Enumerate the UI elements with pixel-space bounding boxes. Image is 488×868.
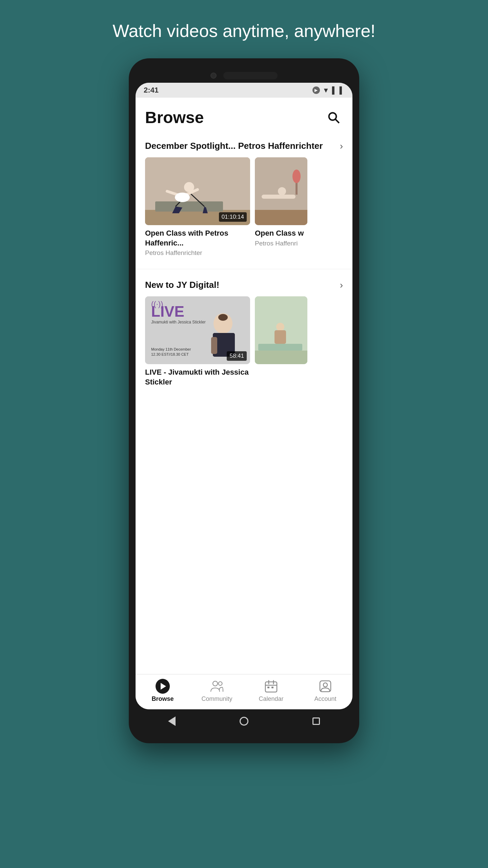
new-section-title: New to JY Digital! [145, 279, 340, 291]
new-video-list: LIVE ((·)) Jivamukti with Jessica Stickl… [136, 296, 352, 397]
video-title-1: Open Class with Petros Haffenric... [145, 229, 250, 248]
phone-gesture-bar [136, 709, 352, 736]
svg-text:12.30 EST//18.30 CET: 12.30 EST//18.30 CET [151, 352, 189, 356]
svg-text:Jivamukti with Jessica Stickle: Jivamukti with Jessica Stickler [151, 320, 206, 324]
app-header: Browse [136, 98, 352, 134]
video-author-1: Petros Haffenrichter [145, 249, 250, 257]
svg-rect-31 [255, 351, 307, 364]
video-thumbnail-new-2 [255, 296, 307, 364]
phone-screen: 2:41 ▶ ▼ ▌ ▌ Browse [136, 83, 352, 709]
calendar-nav-icon [264, 679, 278, 693]
svg-rect-41 [267, 687, 269, 688]
play-circle-icon [156, 679, 170, 694]
svg-point-44 [323, 683, 327, 687]
signal-icon: ▌ [332, 86, 337, 94]
nav-label-community: Community [201, 695, 232, 703]
svg-text:Monday 11th December: Monday 11th December [151, 347, 191, 351]
video-thumbnail-live: LIVE ((·)) Jivamukti with Jessica Stickl… [145, 296, 250, 364]
status-time: 2:41 [144, 86, 159, 95]
search-button[interactable] [324, 108, 343, 127]
section-divider [136, 269, 352, 269]
video-card-1[interactable]: 01:10:14 Open Class with Petros Haffenri… [145, 157, 250, 259]
browse-nav-icon [156, 679, 170, 693]
video-info-live: LIVE - Jivamukti with Jessica Stickler [145, 364, 250, 390]
home-gesture[interactable] [239, 716, 249, 726]
svg-rect-34 [274, 330, 286, 344]
people-icon [210, 680, 224, 693]
new-scene-svg-2 [255, 296, 307, 364]
video-duration-1: 01:10:14 [219, 212, 247, 222]
video-info-1: Open Class with Petros Haffenric... Petr… [145, 225, 250, 259]
media-icon: ▶ [312, 86, 320, 94]
nav-label-account: Account [314, 695, 336, 703]
video-duration-live: 58:41 [227, 351, 247, 361]
nav-item-account[interactable]: Account [308, 679, 342, 703]
svg-rect-14 [255, 210, 307, 225]
svg-point-35 [213, 681, 218, 686]
spotlight-chevron-icon: › [340, 141, 343, 152]
recents-gesture[interactable] [311, 716, 321, 726]
svg-rect-42 [271, 687, 273, 688]
svg-text:((·)): ((·)) [151, 300, 163, 308]
spotlight-section-header[interactable]: December Spotlight... Petros Haffenricht… [136, 134, 352, 157]
recents-square-icon [312, 717, 320, 725]
yoga-scene-svg-2 [255, 157, 307, 225]
svg-point-11 [175, 193, 190, 202]
svg-line-1 [336, 119, 339, 123]
video-card-2[interactable]: Open Class w Petros Haffenri [255, 157, 307, 259]
home-circle-icon [240, 717, 248, 726]
account-nav-icon [318, 679, 332, 693]
svg-point-36 [219, 682, 222, 686]
tagline-section: Watch videos anytime, anywhere! [85, 0, 403, 55]
page-title: Browse [145, 108, 204, 127]
svg-rect-37 [265, 682, 277, 692]
back-gesture[interactable] [167, 716, 177, 726]
video-card-new-2[interactable] [255, 296, 307, 390]
status-bar: 2:41 ▶ ▼ ▌ ▌ [136, 83, 352, 98]
spotlight-video-list: 01:10:14 Open Class with Petros Haffenri… [136, 157, 352, 265]
bottom-nav: Browse Community [136, 674, 352, 709]
svg-rect-5 [155, 201, 223, 212]
front-camera [210, 73, 217, 79]
back-triangle-icon [168, 716, 176, 726]
video-author-2: Petros Haffenri [255, 240, 307, 247]
person-icon [319, 680, 332, 693]
svg-rect-16 [262, 195, 296, 199]
calendar-icon [265, 680, 278, 693]
nav-item-calendar[interactable]: Calendar [254, 679, 288, 703]
video-thumbnail-2 [255, 157, 307, 225]
community-nav-icon [210, 679, 224, 693]
video-title-live: LIVE - Jivamukti with Jessica Stickler [145, 368, 250, 387]
play-triangle-icon [161, 683, 166, 690]
svg-point-0 [329, 113, 337, 120]
svg-point-33 [276, 323, 284, 331]
nav-label-browse: Browse [151, 695, 174, 703]
new-section-chevron-icon: › [340, 280, 343, 291]
app-content: Browse December Spotlight... Petros Haff… [136, 98, 352, 674]
search-icon [327, 111, 340, 124]
video-thumbnail-1: 01:10:14 [145, 157, 250, 225]
svg-rect-24 [211, 337, 217, 354]
svg-point-23 [218, 314, 228, 321]
phone-notch [136, 65, 352, 83]
status-icons: ▶ ▼ ▌ ▌ [312, 86, 344, 94]
new-section-header[interactable]: New to JY Digital! › [136, 273, 352, 296]
spotlight-title: December Spotlight... Petros Haffenricht… [145, 140, 340, 152]
video-title-2: Open Class w [255, 229, 307, 238]
battery-icon: ▌ [340, 86, 344, 94]
nav-label-calendar: Calendar [259, 695, 283, 703]
nav-item-browse[interactable]: Browse [146, 679, 180, 703]
video-card-live[interactable]: LIVE ((·)) Jivamukti with Jessica Stickl… [145, 296, 250, 390]
tagline-text: Watch videos anytime, anywhere! [85, 0, 403, 55]
phone-mockup: 2:41 ▶ ▼ ▌ ▌ Browse [129, 58, 359, 743]
nav-item-community[interactable]: Community [200, 679, 234, 703]
wifi-icon: ▼ [323, 86, 329, 94]
svg-point-15 [278, 187, 286, 195]
svg-rect-32 [258, 344, 302, 351]
phone-speaker [223, 72, 278, 79]
svg-point-18 [292, 170, 301, 183]
video-info-2: Open Class w Petros Haffenri [255, 225, 307, 249]
